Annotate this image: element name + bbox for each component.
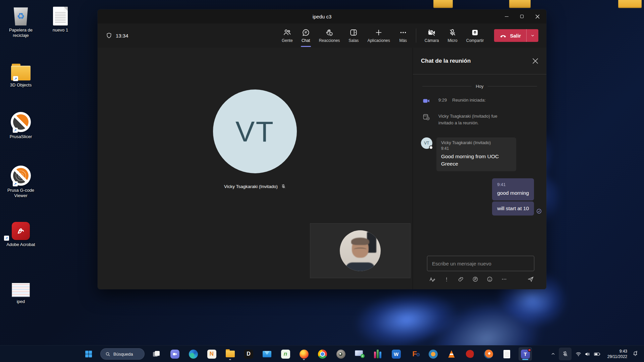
event-meeting-started: 9:29 Reunión iniciada: [422, 97, 546, 105]
toolbar-tabs: Gente Chat Reacciones Salas Aplicaciones [277, 23, 412, 48]
taskbar-app-chrome[interactable] [316, 347, 329, 361]
desktop-icon-3d-objects[interactable]: ↗ 3D Objects [2, 59, 40, 88]
share-button[interactable]: Compartir [462, 23, 488, 48]
taskbar-app-pc-utility[interactable]: ✕ [353, 347, 366, 361]
loop-components-icon[interactable] [472, 276, 479, 283]
read-receipt-icon [536, 208, 542, 215]
camera-toggle[interactable]: Cámara [420, 23, 443, 48]
chat-message-input[interactable] [427, 256, 534, 271]
leave-button[interactable]: Salir [494, 29, 526, 42]
windows-logo-icon [84, 350, 93, 358]
minimize-button[interactable] [499, 9, 514, 23]
desktop-icon-prusa-gcode-viewer[interactable]: ↗ Prusa G-code Viewer [2, 164, 40, 199]
desktop-icon-prusaslicer[interactable]: ↗ PrusaSlicer [2, 111, 40, 139]
close-button[interactable] [530, 9, 545, 23]
taskbar-app-edge[interactable] [186, 347, 200, 361]
d-app-icon: D [244, 350, 253, 359]
meeting-chat-panel: Chat de la reunión Hoy 9:29 Reunión inic… [413, 48, 546, 289]
taskbar-app-media-bars[interactable] [371, 347, 384, 361]
taskbar-app-red-creature[interactable] [463, 347, 477, 361]
tab-mas[interactable]: Más [394, 23, 412, 48]
taskbar-app-npp-installer[interactable]: N [205, 347, 218, 361]
event-invited: Vicky Tsagkaraki (Invitado) fue invitado… [422, 113, 546, 126]
teams-chat-icon [170, 350, 179, 359]
chat-icon [302, 28, 310, 37]
tray-clock[interactable]: 9:43 29/11/2022 [605, 349, 630, 359]
file-explorer-icon [226, 351, 235, 357]
close-icon [535, 14, 540, 19]
taskbar-app-mail[interactable] [260, 347, 274, 361]
chat-panel-header: Chat de la reunión [413, 48, 546, 74]
taskbar-app-blender[interactable] [482, 347, 495, 361]
taskbar-app-freecad[interactable]: F⚙ [408, 347, 421, 361]
importance-icon[interactable] [443, 276, 450, 283]
tray-notifications[interactable] [631, 350, 641, 358]
emoji-icon[interactable] [486, 276, 493, 283]
tray-mic-muted[interactable] [559, 348, 572, 360]
shortcut-arrow-icon: ↗ [13, 181, 18, 186]
adobe-acrobat-icon: ↗ [2, 219, 40, 240]
close-panel-icon[interactable] [532, 58, 538, 64]
attach-icon[interactable] [457, 276, 465, 283]
desktop-icon-nuevo-1[interactable]: nuevo 1 [42, 4, 79, 33]
tab-label: Reacciones [319, 38, 340, 43]
taskbar-app-gimp[interactable] [334, 347, 347, 361]
device-controls: Cámara Micro Compartir [420, 23, 488, 48]
avatar-initials: VT [235, 115, 274, 148]
battery-icon [593, 351, 601, 357]
taskbar-app-file-explorer[interactable] [223, 347, 237, 361]
maximize-button[interactable] [514, 9, 530, 23]
window-titlebar: ipedu c3 [98, 9, 546, 23]
self-video-tile[interactable] [310, 223, 411, 278]
message-time: 9:41 [497, 182, 529, 187]
desktop-folder-icon[interactable] [618, 0, 642, 8]
tab-reacciones[interactable]: Reacciones [315, 23, 344, 48]
leave-options-button[interactable] [526, 29, 538, 42]
tab-label: Gente [282, 38, 293, 43]
tab-label: Salas [348, 38, 359, 43]
search-icon [105, 352, 110, 357]
taskbar-app-teams[interactable]: T [519, 347, 532, 361]
clock-time: 9:43 [607, 349, 627, 354]
desktop-icon-adobe-acrobat[interactable]: ↗ Adobe Acrobat [2, 219, 40, 247]
taskbar-app-d[interactable]: D [242, 347, 255, 361]
tab-salas[interactable]: Salas [344, 23, 363, 48]
more-options-icon[interactable] [500, 276, 508, 283]
taskbar-app-cura[interactable] [426, 347, 440, 361]
start-button[interactable] [82, 347, 95, 361]
share-screen-icon [471, 28, 479, 37]
tab-aplicaciones[interactable]: Aplicaciones [363, 23, 394, 48]
tray-chevron-up[interactable] [549, 348, 557, 360]
chevron-up-icon [550, 351, 556, 357]
chat-message-outgoing: will start at 10 [492, 201, 534, 216]
send-icon[interactable] [527, 276, 534, 283]
taskbar-app-notepad-plus-plus[interactable]: n [279, 347, 292, 361]
taskbar-app-notepad[interactable] [500, 347, 514, 361]
desktop-folder-icon[interactable] [433, 0, 453, 8]
gimp-icon [336, 350, 345, 359]
vlc-icon [447, 350, 455, 358]
desktop-folder-icon[interactable] [509, 0, 531, 8]
taskbar-search[interactable]: Búsqueda [100, 348, 145, 360]
mic-toggle[interactable]: Micro [443, 23, 462, 48]
control-label: Compartir [466, 38, 484, 43]
taskbar-app-firefox[interactable] [297, 347, 311, 361]
tab-gente[interactable]: Gente [277, 23, 297, 48]
desktop-icon-label: Papelera de reciclaje [2, 27, 40, 39]
chat-panel-title: Chat de la reunión [421, 58, 471, 64]
taskbar-app-teams-chat[interactable] [168, 347, 181, 361]
taskbar-app-vlc[interactable] [445, 347, 458, 361]
tab-label: Aplicaciones [367, 38, 390, 43]
desktop-icon-recycle-bin[interactable]: ♻ Papelera de reciclaje [2, 4, 40, 39]
chevron-down-icon [530, 33, 535, 38]
tab-chat[interactable]: Chat [297, 23, 315, 48]
mic-off-icon [281, 184, 286, 189]
tray-status-group[interactable] [573, 348, 603, 360]
format-icon[interactable] [428, 276, 436, 283]
mic-off-icon [562, 351, 569, 357]
taskbar-app-word[interactable]: W [389, 347, 403, 361]
meeting-stage: VT Vicky Tsagkaraki (Invitado) [98, 48, 413, 289]
taskbar-app-task-view[interactable] [150, 347, 163, 361]
cura-icon [429, 350, 438, 359]
desktop-icon-iped[interactable]: iped [2, 282, 40, 304]
